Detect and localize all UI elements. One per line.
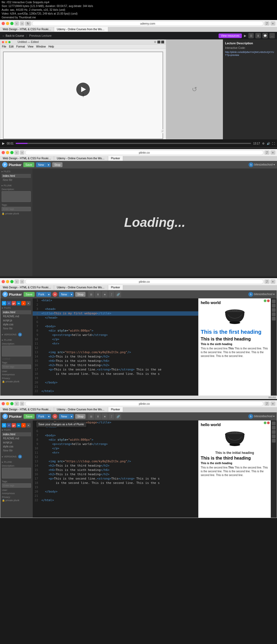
new-file-2[interactable]: New file (2, 449, 31, 453)
more-button[interactable]: + (271, 21, 275, 26)
video-play-button[interactable]: ▶ (2, 141, 5, 145)
filter-icon-2[interactable]: ⊞ (88, 413, 94, 419)
refresh-button[interactable]: ↻ (25, 21, 31, 26)
back-to-course-link[interactable]: ← Back to Course (2, 34, 24, 37)
linkedin-icon-1[interactable]: in (17, 301, 21, 305)
file-style-2[interactable]: style.css (2, 444, 31, 449)
save-button-1[interactable]: Save (24, 292, 35, 297)
right-icon-2-1[interactable] (272, 422, 276, 425)
stop-button-1[interactable]: Stop (75, 292, 86, 297)
maximize-button[interactable] (10, 22, 14, 25)
tags-input-1[interactable] (2, 365, 31, 369)
more-options-icon[interactable]: … (269, 33, 275, 38)
right-icon-2-3[interactable] (272, 430, 276, 434)
back-nav-button[interactable]: ‹ (15, 21, 19, 26)
view-resources-button[interactable]: View resources (219, 33, 242, 38)
file-index-html-2[interactable]: index.html (2, 432, 31, 436)
close-button[interactable] (2, 22, 5, 25)
new-button-2[interactable]: New (59, 414, 70, 419)
minimize-button-4[interactable] (6, 402, 9, 405)
close-button-4[interactable] (2, 402, 5, 405)
tab-design-4[interactable]: Web Design - HTML & CSS For Rookies - Ud… (0, 407, 54, 412)
minimize-button-2[interactable] (6, 151, 9, 154)
share-button-3[interactable]: ⤴ (265, 279, 269, 284)
menu-help[interactable]: Help (48, 45, 54, 48)
forward-nav-button-4[interactable]: › (20, 402, 24, 406)
save-icon-1[interactable]: ⬇ (95, 291, 101, 297)
linkedin-icon-2[interactable]: in (17, 423, 21, 427)
volume-icon[interactable]: 🔊 (267, 142, 270, 145)
file-readme-2[interactable]: README.md (2, 436, 31, 440)
save-button-loading[interactable]: Save (23, 162, 34, 167)
file-readme-1[interactable]: README.md (2, 314, 31, 318)
new-file-1[interactable]: New file (2, 326, 31, 331)
editor-min-dot[interactable] (5, 41, 7, 43)
expand-icon[interactable]: ▶ (244, 34, 246, 38)
forward-nav-button-3[interactable]: › (20, 279, 24, 284)
description-input-1[interactable] (2, 346, 31, 356)
stop-button-2[interactable]: Stop (75, 414, 86, 419)
url-bar-3[interactable]: plinkr.co (25, 279, 263, 284)
menu-file[interactable]: File (2, 45, 6, 48)
right-icon-3[interactable] (272, 308, 276, 312)
description-input-2[interactable] (2, 468, 31, 478)
code-editor-2[interactable]: 4 <title>This is my first webpage</title… (33, 420, 198, 518)
tab-courses-4[interactable]: Udemy - Online Courses from the World's … (54, 407, 108, 412)
tab-plunker-2[interactable]: Plunker (108, 156, 123, 161)
url-bar-2[interactable]: plinkr.co (25, 150, 263, 155)
new-dropdown-arrow-loading[interactable]: ▾ (47, 162, 51, 167)
tab-plunker-4[interactable]: Plunker (108, 407, 123, 412)
forward-nav-button[interactable]: › (20, 21, 24, 26)
link-icon-1[interactable]: 🔗 (115, 291, 121, 297)
maximize-button-4[interactable] (10, 402, 14, 405)
share-icon-2[interactable]: ⤴ (108, 413, 114, 419)
tab-plunker-3[interactable]: Plunker (108, 285, 123, 290)
right-icon-5[interactable] (272, 317, 276, 321)
right-icon-2[interactable] (272, 304, 276, 308)
facebook-icon-1[interactable]: f (7, 301, 11, 305)
fork-button-1[interactable]: Fork (36, 292, 47, 297)
tab-udemy-design[interactable]: Web Design - HTML & CSS For Rookies - Ud… (0, 27, 54, 32)
facebook-icon-2[interactable]: f (7, 423, 11, 427)
maximize-button-3[interactable] (10, 280, 14, 283)
description-input-loading[interactable] (2, 191, 31, 202)
menu-window[interactable]: Window (36, 45, 46, 48)
fullscreen-icon[interactable]: ⛶ (272, 142, 275, 145)
tags-input-loading[interactable] (2, 207, 31, 211)
right-icon-2-5[interactable] (272, 439, 276, 443)
prev-lecture-btn[interactable]: Previous Lecture (29, 34, 52, 37)
minimize-button-3[interactable] (6, 280, 9, 283)
plus-icon-1[interactable]: + (26, 301, 31, 305)
more-button-2[interactable]: + (271, 150, 275, 155)
progress-bar[interactable] (16, 143, 251, 144)
file-index-html-1[interactable]: index.html (2, 310, 31, 314)
menu-view[interactable]: View (28, 45, 34, 48)
new-button-1[interactable]: New (59, 292, 70, 297)
play-button[interactable] (76, 83, 90, 96)
twitter-icon-2[interactable]: T (2, 423, 6, 427)
tab-design-2[interactable]: Web Design - HTML & CSS For Rookies - Ud… (0, 156, 54, 161)
twitter-icon-1[interactable]: T (2, 301, 6, 305)
tab-courses-2[interactable]: Udemy - Online Courses from the World's … (54, 156, 108, 161)
share-button[interactable]: ⤴ (265, 21, 269, 26)
editor-max-dot[interactable] (8, 41, 11, 43)
save-button-2[interactable]: Save (24, 414, 35, 419)
bookmark-icon-2[interactable]: ★ (102, 413, 108, 419)
back-nav-button-2[interactable]: ‹ (15, 150, 19, 155)
new-button-loading[interactable]: New (36, 162, 47, 167)
right-icon-2-2[interactable] (272, 426, 276, 430)
menu-format[interactable]: Format (16, 45, 25, 48)
fork-button-2[interactable]: Fork (36, 414, 47, 419)
right-icon-4[interactable] (272, 312, 276, 316)
plus-icon-2[interactable]: + (26, 423, 31, 427)
tab-courses-3[interactable]: Udemy - Online Courses from the World's … (54, 285, 108, 290)
close-button-3[interactable] (2, 280, 5, 283)
file-index-html-loading[interactable]: index.html (2, 174, 31, 178)
share-button-2[interactable]: ⤴ (265, 150, 269, 155)
tab-udemy-courses[interactable]: Udemy - Online Courses from the World's … (54, 27, 108, 32)
download-icon[interactable]: ⬇ (255, 33, 261, 38)
fork-dropdown-1[interactable]: ▾ (47, 292, 51, 297)
new-file-loading[interactable]: New file (2, 178, 31, 182)
tab-design-3[interactable]: Web Design - HTML & CSS For Rookies - Ud… (0, 285, 54, 290)
delete-button-1[interactable]: ✕ (52, 292, 57, 297)
